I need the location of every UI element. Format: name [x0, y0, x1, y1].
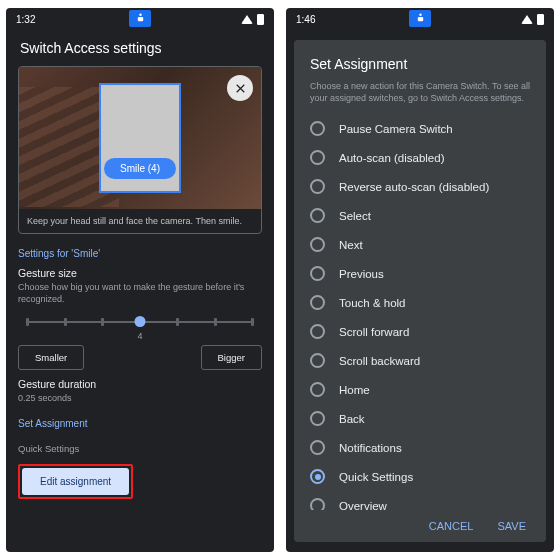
option-label: Reverse auto-scan (disabled): [339, 181, 489, 193]
option-pause-camera-switch[interactable]: Pause Camera Switch: [306, 114, 534, 143]
options-list: Pause Camera SwitchAuto-scan (disabled)R…: [294, 112, 546, 510]
gesture-size-desc: Choose how big you want to make the gest…: [18, 281, 262, 305]
radio-icon: [310, 411, 325, 426]
svg-rect-3: [417, 17, 422, 21]
radio-icon: [310, 121, 325, 136]
radio-icon: [310, 208, 325, 223]
option-label: Pause Camera Switch: [339, 123, 453, 135]
option-label: Next: [339, 239, 363, 251]
radio-icon: [310, 266, 325, 281]
close-preview-button[interactable]: [227, 75, 253, 101]
option-label: Back: [339, 413, 365, 425]
slider-value: 4: [18, 331, 262, 341]
option-label: Quick Settings: [339, 471, 413, 483]
option-label: Auto-scan (disabled): [339, 152, 444, 164]
option-label: Scroll forward: [339, 326, 409, 338]
option-scroll-backward[interactable]: Scroll backward: [306, 346, 534, 375]
accessibility-icon: [129, 10, 151, 27]
radio-icon: [310, 469, 325, 484]
radio-icon: [310, 237, 325, 252]
svg-point-2: [419, 14, 421, 16]
status-bar: 1:32: [6, 8, 274, 30]
cancel-button[interactable]: CANCEL: [429, 520, 474, 532]
bigger-button[interactable]: Bigger: [201, 345, 262, 370]
option-auto-scan-disabled-[interactable]: Auto-scan (disabled): [306, 143, 534, 172]
edit-assignment-highlight: Edit assignment: [18, 464, 133, 499]
gesture-duration-label: Gesture duration: [18, 378, 262, 390]
option-label: Overview: [339, 500, 387, 510]
set-assignment-link[interactable]: Set Assignment: [18, 418, 262, 429]
dialog-subtitle: Choose a new action for this Camera Swit…: [294, 76, 546, 112]
option-touch-hold[interactable]: Touch & hold: [306, 288, 534, 317]
camera-preview: Smile (4): [19, 67, 261, 209]
battery-icon: [537, 14, 544, 25]
gesture-size-slider[interactable]: 4 Smaller Bigger: [18, 315, 262, 370]
wifi-icon: [521, 15, 533, 24]
set-assignment-dialog: Set Assignment Choose a new action for t…: [294, 40, 546, 542]
svg-point-0: [139, 14, 141, 16]
status-bar: 1:46: [286, 8, 554, 30]
battery-icon: [257, 14, 264, 25]
svg-rect-1: [137, 17, 142, 21]
gesture-duration-value: 0.25 seconds: [18, 392, 262, 404]
edit-assignment-button[interactable]: Edit assignment: [22, 468, 129, 495]
preview-instruction: Keep your head still and face the camera…: [19, 209, 261, 233]
radio-icon: [310, 150, 325, 165]
gesture-size-label: Gesture size: [18, 267, 262, 279]
dialog-title: Set Assignment: [294, 40, 546, 76]
radio-icon: [310, 295, 325, 310]
slider-thumb[interactable]: [135, 316, 146, 327]
option-scroll-forward[interactable]: Scroll forward: [306, 317, 534, 346]
status-time: 1:46: [296, 14, 315, 25]
option-next[interactable]: Next: [306, 230, 534, 259]
option-label: Previous: [339, 268, 384, 280]
page-title: Switch Access settings: [6, 30, 274, 66]
option-label: Select: [339, 210, 371, 222]
option-reverse-auto-scan-disabled-[interactable]: Reverse auto-scan (disabled): [306, 172, 534, 201]
option-back[interactable]: Back: [306, 404, 534, 433]
option-label: Scroll backward: [339, 355, 420, 367]
option-label: Home: [339, 384, 370, 396]
option-label: Notifications: [339, 442, 402, 454]
section-smile-settings: Settings for 'Smile': [18, 248, 262, 259]
option-previous[interactable]: Previous: [306, 259, 534, 288]
accessibility-icon: [409, 10, 431, 27]
save-button[interactable]: SAVE: [497, 520, 526, 532]
smaller-button[interactable]: Smaller: [18, 345, 84, 370]
option-quick-settings[interactable]: Quick Settings: [306, 462, 534, 491]
option-notifications[interactable]: Notifications: [306, 433, 534, 462]
gesture-pill: Smile (4): [104, 158, 176, 179]
radio-icon: [310, 382, 325, 397]
wifi-icon: [241, 15, 253, 24]
radio-icon: [310, 440, 325, 455]
option-overview[interactable]: Overview: [306, 491, 534, 510]
radio-icon: [310, 498, 325, 510]
camera-preview-card: Smile (4) Keep your head still and face …: [18, 66, 262, 234]
phone-left: 1:32 Switch Access settings Smile (4) Ke…: [6, 8, 274, 552]
status-time: 1:32: [16, 14, 35, 25]
option-label: Touch & hold: [339, 297, 406, 309]
radio-icon: [310, 179, 325, 194]
quick-settings-subhead: Quick Settings: [18, 443, 262, 454]
radio-icon: [310, 324, 325, 339]
option-select[interactable]: Select: [306, 201, 534, 230]
phone-right: 1:46 Set Assignment Choose a new action …: [286, 8, 554, 552]
option-home[interactable]: Home: [306, 375, 534, 404]
radio-icon: [310, 353, 325, 368]
